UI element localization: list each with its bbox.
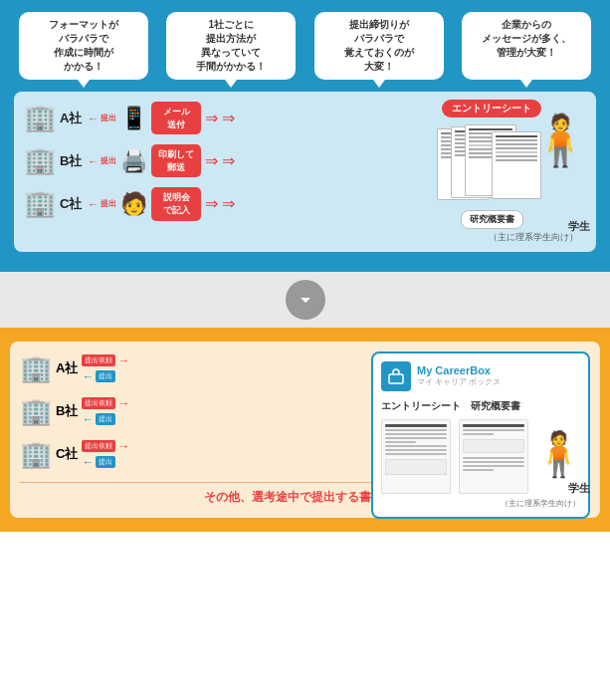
printer-icon-b: 🖨️ (120, 148, 147, 174)
submit-arrow-b: ← 提出 (82, 412, 129, 426)
submit-req-arrow-c: 提出依頼 → (82, 439, 129, 453)
speech-bubbles-container: フォーマットがバラバラで作成に時間がかかる！ 1社ごとに提出方法が異なっていて手… (10, 12, 600, 80)
mcb-title-text: My CareerBox (417, 364, 501, 376)
mcb-doc-entry (381, 419, 451, 494)
building-icon-c: 🏢 (24, 188, 56, 219)
bottom-diagram: 🏢 A社 提出依頼 → ← 提出 🏢 (10, 342, 600, 518)
method-a: メール送付 (151, 102, 201, 134)
mcb-doc-labels: エントリーシート 研究概要書 (381, 399, 580, 413)
arrow-right-req-b: → (117, 396, 129, 410)
student-figure-bottom: 🧍 (531, 428, 586, 480)
submit-req-tag-a: 提出依頼 (82, 354, 115, 366)
top-section: フォーマットがバラバラで作成に時間がかかる！ 1社ごとに提出方法が異なっていて手… (0, 0, 610, 272)
research-badge: 研究概要書 (461, 210, 523, 229)
mcb-subtitle-text: マイ キャリア ボックス (417, 376, 501, 387)
mcb-note: （主に理系学生向け） (381, 498, 580, 509)
bubble-2: 1社ごとに提出方法が異なっていて手間がかかる！ (166, 12, 296, 80)
company-bottom-a-label: A社 (56, 359, 78, 377)
person-icon-c: 🧑 (120, 191, 147, 217)
bubble-4: 企業からのメッセージが多く、管理が大変！ (462, 12, 591, 80)
bottom-row-a: 🏢 A社 提出依頼 → ← 提出 (20, 353, 356, 384)
bottom-row-b: 🏢 B社 提出依頼 → ← 提出 (20, 396, 356, 427)
arrow-right-req-a: → (117, 353, 129, 367)
company-bottom-b-label: B社 (56, 402, 78, 420)
chevron-down-icon (286, 280, 325, 320)
mcb-entry-label: エントリーシート (381, 399, 461, 413)
arrow-right-c2: ⇒ (222, 194, 235, 213)
mcb-logo (381, 361, 411, 391)
company-a: 🏢 A社 (24, 103, 84, 133)
company-a-label: A社 (60, 110, 82, 127)
building-icon-a: 🏢 (24, 103, 56, 133)
submit-label-a1: 提出 (101, 113, 116, 123)
phone-icon-a: 📱 (120, 106, 147, 131)
submit-req-tag-c: 提出依頼 (82, 440, 115, 452)
submit-arrow-a: ← 提出 (82, 369, 129, 383)
company-c-bottom: 🏢 C社 (20, 439, 78, 470)
arrow-right-b: ⇒ (205, 151, 218, 170)
top-diagram: 🏢 A社 ← 提出 📱 メール送付 ⇒ ⇒ 🏢 B社 ← (14, 92, 596, 252)
arrow-right-a: ⇒ (205, 109, 218, 127)
student-label-top: 学生 (568, 219, 590, 234)
company-b-label: B社 (60, 152, 82, 170)
arrow-left-b: ← (82, 412, 94, 426)
bottom-section: 🏢 A社 提出依頼 → ← 提出 🏢 (0, 328, 610, 532)
building-bottom-c: 🏢 (20, 439, 52, 470)
submit-tag-c: 提出 (96, 456, 115, 468)
company-c: 🏢 C社 (24, 188, 84, 219)
company-c-label: C社 (60, 195, 82, 213)
student-icon-bottom: 🧍 (531, 429, 586, 478)
building-icon-b: 🏢 (24, 145, 56, 176)
arrow-divider (0, 272, 610, 328)
bubble-3: 提出締切りがバラバラで覚えておくのが大変！ (314, 12, 444, 80)
submit-label-c1: 提出 (101, 198, 116, 209)
arrow-right-c: ⇒ (205, 194, 218, 213)
building-bottom-a: 🏢 (20, 353, 52, 384)
arrow-right-req-c: → (117, 439, 129, 453)
arrow-left-c: ← (82, 455, 94, 469)
submit-label-b1: 提出 (101, 155, 116, 166)
arrow-right-a2: ⇒ (222, 109, 235, 127)
submit-req-arrow-b: 提出依頼 → (82, 396, 129, 410)
svg-rect-0 (389, 374, 403, 383)
arrow-right-b2: ⇒ (222, 151, 235, 170)
arrows-a-bottom: 提出依頼 → ← 提出 (82, 353, 129, 383)
bubble-1: フォーマットがバラバラで作成に時間がかかる！ (19, 12, 148, 80)
company-b-bottom: 🏢 B社 (20, 396, 78, 427)
mcb-doc-research (459, 419, 528, 494)
document-stack (437, 123, 546, 208)
submit-req-arrow-a: 提出依頼 → (82, 353, 129, 367)
mcb-research-label: 研究概要書 (471, 399, 520, 413)
arrows-b-bottom: 提出依頼 → ← 提出 (82, 396, 129, 426)
bottom-row-c: 🏢 C社 提出依頼 → ← 提出 (20, 439, 356, 470)
entry-sheet-badge: エントリーシート (442, 100, 541, 117)
method-c: 説明会で記入 (151, 187, 201, 220)
arrow-left-a: ← (82, 369, 94, 383)
company-a-bottom: 🏢 A社 (20, 353, 78, 384)
submit-tag-b: 提出 (96, 413, 115, 425)
student-label-bottom: 学生 (568, 481, 590, 496)
company-bottom-c-label: C社 (56, 445, 78, 463)
doc-page-4 (492, 131, 541, 199)
submit-arrow-c: ← 提出 (82, 455, 129, 469)
building-bottom-b: 🏢 (20, 396, 52, 427)
company-b: 🏢 B社 (24, 145, 84, 176)
note-top: （主に理系学生向け） (24, 231, 586, 244)
submit-req-tag-b: 提出依頼 (82, 397, 115, 409)
method-b: 印刷して郵送 (151, 144, 201, 177)
arrows-c-bottom: 提出依頼 → ← 提出 (82, 439, 129, 469)
submit-tag-a: 提出 (96, 370, 115, 382)
mcb-header: My CareerBox マイ キャリア ボックス (381, 361, 580, 391)
